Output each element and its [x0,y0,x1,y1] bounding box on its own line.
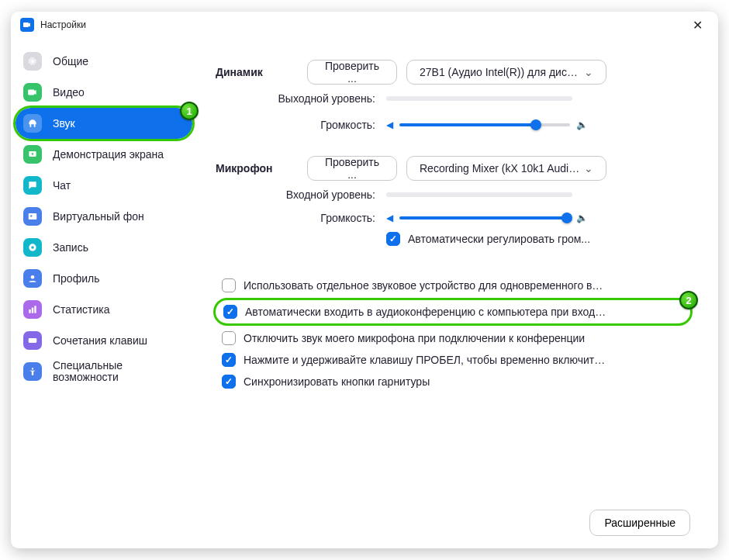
sidebar-item-label: Статистика [53,303,110,316]
annotation-badge: 2 [679,291,698,309]
head-icon [23,114,42,133]
microphone-input-level-row: Входной уровень: [216,188,690,201]
close-button[interactable]: ✕ [686,13,709,36]
sidebar-item-stats[interactable]: Статистика [16,294,192,325]
share-icon [23,145,42,164]
sidebar-item-label: Общие [53,55,88,67]
speaker-output-level-label: Выходной уровень: [216,92,386,105]
sidebar-item-label: Видео [53,86,85,99]
microphone-device-select[interactable]: Recording Mixer (kX 10k1 Audio ... ⌄ [406,156,606,181]
mic-auto-adjust-checkbox[interactable] [386,232,400,246]
options-list: Использовать отдельное звуковое устройст… [216,278,690,389]
svg-rect-2 [29,213,37,220]
microphone-device-text: Recording Mixer (kX 10k1 Audio ... [420,162,582,175]
microphone-test-button[interactable]: Проверить ... [307,156,397,181]
bg-icon [23,207,42,226]
svg-point-3 [30,215,32,216]
microphone-row: Микрофон Проверить ... Recording Mixer (… [216,156,690,181]
titlebar: Настройки ✕ [11,12,718,38]
sidebar-item-share[interactable]: Демонстрация экрана [16,139,192,170]
option-checkbox[interactable] [222,353,236,367]
sidebar-item-label: Звук [53,117,75,130]
option-checkbox[interactable] [222,375,236,389]
option-row: Использовать отдельное звуковое устройст… [216,278,690,292]
option-label: Автоматически входить в аудиоконференцию… [245,306,610,318]
sidebar-item-bg[interactable]: Виртуальный фон [16,201,192,232]
keyboard-icon [23,331,42,350]
settings-window: Настройки ✕ ОбщиеВидеоЗвук1Демонстрация … [11,12,718,548]
mic-auto-adjust-label: Автоматически регулировать гром... [408,233,590,245]
speaker-volume-row: Громкость: ◀ 🔈 [216,119,690,131]
video-icon [23,83,42,102]
speaker-row: Динамик Проверить ... 27B1 (Аудио Intel(… [216,60,690,85]
sidebar-item-label: Профиль [53,272,99,285]
speaker-test-button[interactable]: Проверить ... [307,60,397,85]
sidebar-item-label: Чат [53,179,71,192]
volume-low-icon: ◀ [386,119,393,130]
option-label: Нажмите и удерживайте клавишу ПРОБЕЛ, чт… [244,354,608,366]
gear-icon [23,52,42,71]
volume-high-icon: 🔈 [576,213,588,223]
svg-rect-7 [29,309,30,313]
record-icon [23,238,42,257]
microphone-heading: Микрофон [216,162,307,175]
stats-icon [23,300,42,319]
option-label: Отключить звук моего микрофона при подкл… [244,332,585,344]
volume-low-icon: ◀ [386,213,393,223]
svg-point-11 [32,368,33,369]
option-label: Синхронизировать кнопки гарнитуры [244,375,430,388]
option-label: Использовать отдельное звуковое устройст… [244,279,608,292]
speaker-output-level-meter [386,96,572,101]
option-row: Синхронизировать кнопки гарнитуры [216,375,690,389]
speaker-device-select[interactable]: 27B1 (Аудио Intel(R)) для дисплее... ⌄ [406,60,606,85]
sidebar-item-label: Специальныевозможности [53,360,123,384]
sidebar-item-head[interactable]: Звук1 [16,108,192,139]
option-checkbox[interactable] [222,278,236,292]
speaker-device-text: 27B1 (Аудио Intel(R)) для дисплее... [420,66,582,78]
app-icon [20,18,34,32]
content-pane: Динамик Проверить ... 27B1 (Аудио Intel(… [197,38,718,548]
window-title: Настройки [40,19,86,30]
sidebar: ОбщиеВидеоЗвук1Демонстрация экранаЧатВир… [11,38,197,548]
speaker-heading: Динамик [216,66,307,78]
sidebar-item-record[interactable]: Запись [16,232,192,263]
sidebar-item-access[interactable]: Специальныевозможности [16,356,192,387]
option-row: Нажмите и удерживайте клавишу ПРОБЕЛ, чт… [216,353,690,367]
svg-rect-8 [32,308,33,313]
volume-high-icon: 🔈 [576,119,588,130]
sidebar-item-chat[interactable]: Чат [16,170,192,201]
microphone-volume-slider[interactable]: ◀ 🔈 [386,213,588,223]
sidebar-item-video[interactable]: Видео [16,77,192,108]
option-row: Отключить звук моего микрофона при подкл… [216,331,690,345]
speaker-output-level-row: Выходной уровень: [216,92,690,105]
speaker-volume-label: Громкость: [216,119,386,131]
chevron-down-icon: ⌄ [584,66,593,78]
sidebar-item-label: Виртуальный фон [53,210,144,223]
sidebar-item-gear[interactable]: Общие [16,46,192,77]
microphone-input-level-meter [386,192,572,197]
mic-auto-adjust-row: Автоматически регулировать гром... [386,232,690,246]
chat-icon [23,176,42,195]
sidebar-item-keyboard[interactable]: Сочетания клавиш [16,325,192,356]
advanced-button[interactable]: Расширенные [589,510,690,536]
access-icon [23,362,42,381]
sidebar-item-label: Демонстрация экрана [53,148,164,161]
speaker-volume-slider[interactable]: ◀ 🔈 [386,119,588,130]
profile-icon [23,269,42,288]
microphone-volume-row: Громкость: ◀ 🔈 [216,212,690,224]
option-checkbox[interactable] [222,331,236,345]
svg-point-6 [31,275,35,279]
svg-point-5 [31,246,34,249]
sidebar-item-profile[interactable]: Профиль [16,263,192,294]
annotation-badge: 1 [180,102,199,120]
sidebar-item-label: Сочетания клавиш [53,334,147,347]
chevron-down-icon: ⌄ [584,162,593,175]
sidebar-item-label: Запись [53,241,88,254]
option-row: Автоматически входить в аудиоконференцию… [216,300,690,323]
microphone-volume-label: Громкость: [216,212,386,224]
option-checkbox[interactable] [223,305,237,319]
microphone-input-level-label: Входной уровень: [216,188,386,201]
svg-rect-9 [34,306,36,313]
svg-rect-10 [29,338,37,343]
